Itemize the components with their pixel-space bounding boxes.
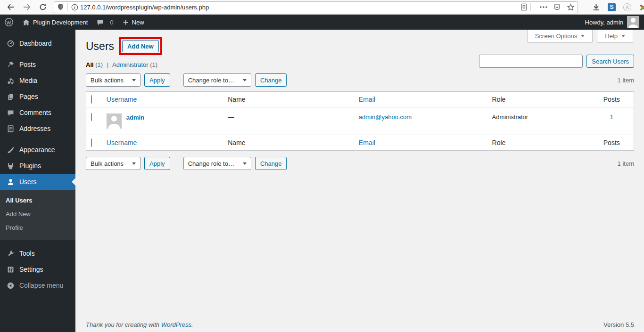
back-icon[interactable]: [5, 1, 17, 13]
bulk-actions-select[interactable]: Bulk actions: [86, 157, 140, 170]
table-header-row: Username Name Email Role Posts: [86, 92, 634, 107]
admin-sidebar: Dashboard Posts Media Pages Comments: [0, 30, 75, 332]
plug-icon: [6, 162, 15, 170]
submenu-item-profile[interactable]: Profile: [0, 221, 75, 235]
column-header-email: Email: [354, 92, 487, 107]
annotation-highlight-box: Add New: [119, 37, 162, 55]
site-name: Plugin Development: [33, 19, 88, 26]
paintbrush-icon: [6, 146, 15, 154]
chevron-down-icon: [132, 162, 136, 165]
extension-s-icon[interactable]: S: [608, 3, 616, 11]
howdy-text[interactable]: Howdy, admin: [585, 19, 623, 26]
users-page: Screen Options Help Users Add New Search…: [75, 30, 644, 332]
site-menu-item[interactable]: Plugin Development: [18, 15, 92, 30]
reload-icon[interactable]: [37, 1, 49, 13]
pushpin-icon: [6, 61, 15, 69]
sidebar-item-media[interactable]: Media: [0, 73, 75, 89]
home-icon: [22, 18, 30, 26]
filter-administrator[interactable]: Administrator: [112, 61, 149, 68]
change-button[interactable]: Change: [255, 73, 287, 87]
change-role-select[interactable]: Change role to…: [183, 157, 251, 170]
search-users-button[interactable]: Search Users: [586, 55, 634, 68]
addresses-icon: [6, 125, 15, 133]
page-title: Users: [86, 39, 114, 53]
column-footer-name: Name: [223, 135, 354, 151]
sidebar-item-comments[interactable]: Comments: [0, 105, 75, 121]
dashboard-icon: [6, 40, 15, 48]
submenu-item-add-new[interactable]: Add New: [0, 207, 75, 221]
reader-mode-icon[interactable]: [520, 3, 527, 11]
chevron-down-icon: [621, 35, 625, 37]
select-all-checkbox[interactable]: [91, 95, 92, 104]
new-label: New: [132, 19, 144, 26]
tablenav-bottom: Bulk actions Apply Change role to… Chang…: [86, 157, 634, 170]
change-role-select[interactable]: Change role to…: [183, 73, 251, 87]
submenu-item-all-users[interactable]: All Users: [0, 194, 75, 207]
avatar[interactable]: [627, 16, 639, 28]
chevron-down-icon: [581, 35, 585, 37]
address-bar[interactable]: 127.0.0.1/wordpressplugin/wp-admin/users…: [54, 1, 578, 13]
comments-menu-item[interactable]: 0: [92, 15, 117, 30]
wordpress-link[interactable]: WordPress: [161, 321, 191, 328]
bookmark-star-icon[interactable]: [567, 3, 575, 11]
items-count: 1 item: [618, 160, 634, 167]
items-count: 1 item: [618, 77, 634, 84]
help-button[interactable]: Help: [597, 30, 633, 43]
posts-count-link[interactable]: 1: [610, 113, 613, 121]
filter-all-count: (1): [95, 61, 103, 68]
cell-name: —: [223, 107, 354, 135]
sliders-icon: [6, 266, 15, 274]
comments-count: 0: [110, 19, 113, 26]
column-header-role: Role: [487, 92, 590, 107]
username-link[interactable]: admin: [126, 114, 144, 121]
email-link[interactable]: admin@yahoo.com: [359, 113, 412, 121]
wp-admin-bar: Plugin Development 0 New Howdy, admin: [0, 15, 644, 30]
comment-bubble-icon: [96, 18, 104, 26]
users-table: Username Name Email Role Posts admin: [86, 91, 634, 151]
sidebar-item-settings[interactable]: Settings: [0, 261, 75, 277]
tracking-protection-shield-icon[interactable]: [57, 3, 64, 11]
sidebar-item-collapse-menu[interactable]: Collapse menu: [0, 277, 75, 293]
url-divider: [530, 3, 531, 11]
forward-icon[interactable]: [21, 1, 33, 13]
sidebar-item-posts[interactable]: Posts: [0, 57, 75, 73]
users-icon: [6, 178, 15, 186]
extension-crossed-pencils-icon[interactable]: [639, 3, 644, 11]
wordpress-logo-icon[interactable]: [0, 15, 18, 30]
url-text[interactable]: 127.0.0.1/wordpressplugin/wp-admin/users…: [80, 4, 515, 11]
comments-icon: [6, 109, 15, 117]
tablenav-top: Bulk actions Apply Change role to… Chang…: [86, 73, 634, 87]
sidebar-item-addresses[interactable]: Addresses: [0, 121, 75, 137]
screen-options-button[interactable]: Screen Options: [527, 30, 593, 43]
sidebar-item-appearance[interactable]: Appearance: [0, 142, 75, 158]
sidebar-item-dashboard[interactable]: Dashboard: [0, 35, 75, 51]
pocket-icon[interactable]: [553, 3, 561, 11]
cell-role: Administrator: [487, 107, 590, 135]
filter-separator: |: [107, 61, 108, 68]
site-info-icon[interactable]: [71, 4, 78, 11]
sidebar-item-users[interactable]: Users: [0, 174, 75, 190]
sidebar-item-pages[interactable]: Pages: [0, 89, 75, 105]
search-input[interactable]: [479, 55, 583, 68]
downloads-icon[interactable]: [592, 3, 600, 11]
page-actions-icon[interactable]: [540, 6, 547, 8]
filter-all[interactable]: All: [86, 61, 94, 68]
column-footer-role: Role: [487, 135, 590, 151]
apply-button[interactable]: Apply: [144, 157, 170, 170]
users-submenu: All Users Add New Profile: [0, 190, 75, 240]
table-footer-row: Username Name Email Role Posts: [86, 135, 634, 151]
apply-button[interactable]: Apply: [144, 73, 170, 87]
media-icon: [6, 77, 15, 85]
bulk-actions-select[interactable]: Bulk actions: [86, 73, 140, 87]
add-new-button[interactable]: Add New: [122, 40, 159, 52]
wrench-icon: [6, 250, 15, 258]
user-avatar: [107, 113, 122, 129]
extension-translate-icon[interactable]: [623, 3, 631, 11]
change-button[interactable]: Change: [255, 157, 287, 170]
sidebar-item-tools[interactable]: Tools: [0, 245, 75, 261]
new-menu-item[interactable]: New: [118, 15, 149, 30]
filter-admin-count: (1): [150, 61, 157, 68]
select-all-checkbox[interactable]: [91, 138, 92, 147]
row-checkbox[interactable]: [91, 113, 92, 121]
sidebar-item-plugins[interactable]: Plugins: [0, 158, 75, 174]
